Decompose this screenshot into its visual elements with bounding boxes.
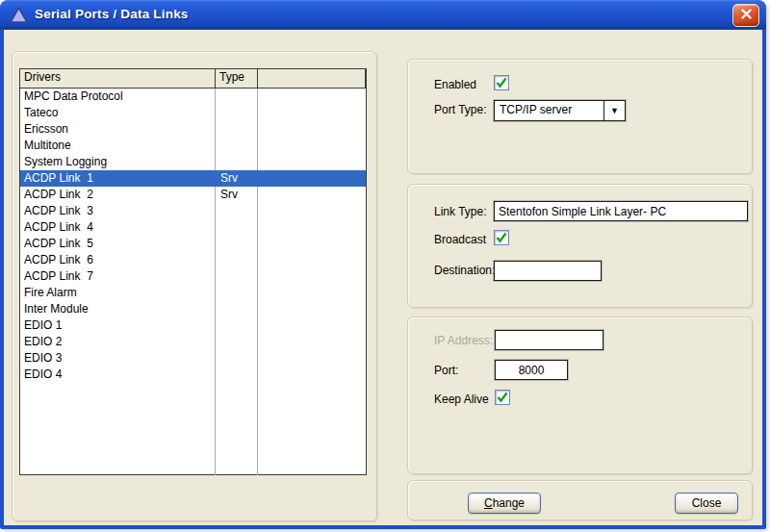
destination-label: Destination: [434,264,495,277]
driver-type-cell [216,219,258,236]
driver-name-cell: Ericsson [20,121,216,138]
driver-name-cell: EDIO 2 [20,334,216,350]
driver-name-cell: Fire Alarm [20,285,216,301]
close-window-button[interactable] [732,4,759,27]
list-item[interactable]: EDIO 1 [20,317,366,334]
driver-type-cell [216,317,258,334]
keep-alive-label: Keep Alive [434,393,489,406]
list-item[interactable]: Multitone [20,138,366,154]
destination-field[interactable] [494,261,602,281]
ip-address-label: IP Address: [434,334,493,347]
port-label: Port: [434,364,458,377]
driver-list-body: MPC Data ProtocolTatecoEricssonMultitone… [20,89,366,475]
driver-type-cell [216,138,258,154]
driver-type-cell [216,105,258,121]
link-groupbox: Link Type: Broadcast Destination: [407,184,753,308]
driver-name-cell: System Logging [20,154,216,170]
link-type-label: Link Type: [434,205,486,218]
list-item[interactable]: EDIO 3 [20,350,366,367]
driver-name-cell: ACDP Link 5 [20,236,216,252]
driver-type-cell [216,334,258,350]
list-item[interactable]: MPC Data Protocol [20,89,366,105]
driver-type-cell: Srv [216,170,258,187]
keep-alive-checkbox[interactable] [495,390,510,405]
port-type-label: Port Type: [434,103,486,116]
driver-name-cell: EDIO 1 [20,317,216,334]
driver-type-cell: Srv [216,187,258,203]
check-icon [496,232,507,243]
list-item[interactable]: ACDP Link 6 [20,252,366,268]
list-item[interactable]: ACDP Link 1Srv [20,170,366,187]
enabled-checkbox[interactable] [494,75,509,90]
list-item[interactable]: ACDP Link 5 [20,236,366,252]
column-header-type: Type [216,69,258,88]
driver-type-cell [216,268,258,285]
driver-type-cell [216,367,258,383]
driver-name-cell: ACDP Link 2 [20,187,216,203]
driver-name-cell: ACDP Link 3 [20,203,216,219]
check-icon [497,392,508,403]
triangle-delta-icon [10,7,28,23]
serial-ports-dialog: Serial Ports / Data Links Drivers Type M… [0,0,766,529]
driver-name-cell: EDIO 3 [20,350,216,367]
titlebar: Serial Ports / Data Links [0,0,766,30]
list-item[interactable]: ACDP Link 4 [20,219,366,236]
connection-groupbox: Enabled Port Type: TCP/IP server ▼ [407,59,753,174]
driver-type-cell [216,121,258,138]
list-item[interactable]: Inter Module [20,301,366,317]
list-item[interactable]: ACDP Link 7 [20,268,366,285]
column-header-drivers: Drivers [20,69,216,88]
driver-type-cell [216,89,258,105]
driver-name-cell: Tateco [20,105,216,121]
port-field[interactable] [495,360,568,380]
list-item[interactable]: Fire Alarm [20,285,366,301]
driver-type-cell [216,203,258,219]
driver-name-cell: ACDP Link 1 [20,170,216,187]
close-button[interactable]: Close [675,493,738,514]
driver-type-cell [216,285,258,301]
list-item[interactable]: ACDP Link 2Srv [20,187,366,203]
driver-type-cell [216,301,258,317]
change-button[interactable]: Change [468,493,541,514]
broadcast-label: Broadcast [434,233,486,246]
list-item[interactable]: EDIO 2 [20,334,366,350]
driver-name-cell: ACDP Link 7 [20,268,216,285]
port-type-dropdown[interactable]: TCP/IP server ▼ [494,100,626,121]
drivers-list-header: Drivers Type [20,69,366,89]
buttons-groupbox: Change Close [407,480,753,520]
driver-name-cell: ACDP Link 6 [20,252,216,268]
broadcast-checkbox[interactable] [494,230,509,245]
list-item[interactable]: EDIO 4 [20,367,366,383]
driver-type-cell [216,350,258,367]
ip-address-field[interactable] [495,330,603,350]
x-mark-icon [740,7,753,24]
caret-down-icon[interactable]: ▼ [603,101,625,120]
driver-name-cell: ACDP Link 4 [20,219,216,236]
link-type-field[interactable] [494,201,748,221]
list-item[interactable]: ACDP Link 3 [20,203,366,219]
driver-name-cell: MPC Data Protocol [20,89,216,105]
list-item[interactable]: Tateco [20,105,366,121]
dialog-title: Serial Ports / Data Links [35,7,189,21]
driver-name-cell: Inter Module [20,301,216,317]
list-item[interactable]: System Logging [20,154,366,170]
driver-name-cell: EDIO 4 [20,367,216,383]
dialog-client-area: Drivers Type MPC Data ProtocolTatecoEric… [4,30,762,525]
driver-type-cell [216,236,258,252]
check-icon [496,77,507,89]
ip-groupbox: IP Address: Port: Keep Alive [407,317,753,474]
list-item[interactable]: Ericsson [20,121,366,138]
drivers-list: Drivers Type MPC Data ProtocolTatecoEric… [19,68,367,475]
column-header-blank [258,69,366,88]
port-type-value: TCP/IP server [495,101,603,120]
driver-name-cell: Multitone [20,138,216,154]
driver-type-cell [216,154,258,170]
driver-type-cell [216,252,258,268]
enabled-label: Enabled [434,78,476,91]
